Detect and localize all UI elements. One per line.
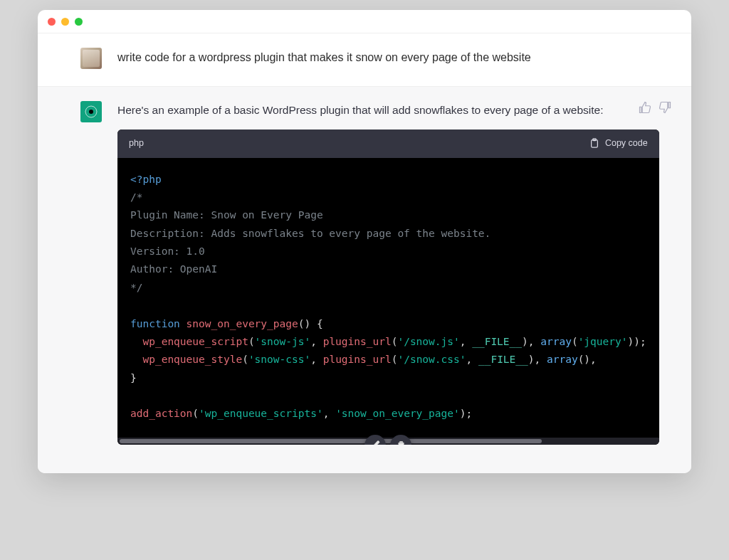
window-minimize-button[interactable]	[61, 18, 69, 26]
code-content: <?php /* Plugin Name: Snow on Every Page…	[117, 158, 659, 438]
thumbs-up-button[interactable]	[639, 101, 651, 114]
edit-message-button[interactable]	[364, 435, 386, 445]
clipboard-icon	[589, 138, 599, 149]
user-message-row: write code for a wordpress plugin that m…	[38, 33, 691, 86]
window-zoom-button[interactable]	[75, 18, 83, 26]
thumbs-down-icon	[659, 101, 671, 114]
code-block-header: php Copy code	[117, 130, 659, 157]
copy-code-button[interactable]: Copy code	[589, 136, 648, 151]
thumbs-up-icon	[639, 101, 651, 114]
assistant-message-row: Here's an example of a basic WordPress p…	[38, 86, 691, 473]
svg-point-0	[89, 110, 93, 114]
thumbs-down-button[interactable]	[659, 101, 671, 114]
user-message-text: write code for a wordpress plugin that m…	[117, 48, 649, 69]
copy-code-label: Copy code	[605, 136, 648, 151]
assistant-intro-text: Here's an example of a basic WordPress p…	[117, 101, 659, 120]
assistant-message-body: Here's an example of a basic WordPress p…	[117, 101, 659, 445]
svg-rect-1	[592, 140, 598, 148]
user-avatar	[80, 48, 102, 69]
assistant-avatar	[80, 101, 102, 122]
code-scroll-area[interactable]: <?php /* Plugin Name: Snow on Every Page…	[117, 158, 659, 438]
code-language-label: php	[129, 136, 144, 151]
chat-window: write code for a wordpress plugin that m…	[38, 10, 691, 473]
feedback-buttons	[639, 101, 671, 114]
code-block: php Copy code <?php /* Plugin Name: Snow…	[117, 130, 659, 445]
trash-icon	[396, 440, 407, 445]
message-action-toolbar	[364, 435, 411, 445]
pencil-icon	[370, 440, 381, 445]
window-titlebar	[38, 10, 691, 33]
window-close-button[interactable]	[48, 18, 56, 26]
scrollbar-thumb[interactable]	[120, 439, 542, 443]
delete-message-button[interactable]	[390, 435, 411, 445]
openai-logo-icon	[84, 105, 98, 119]
